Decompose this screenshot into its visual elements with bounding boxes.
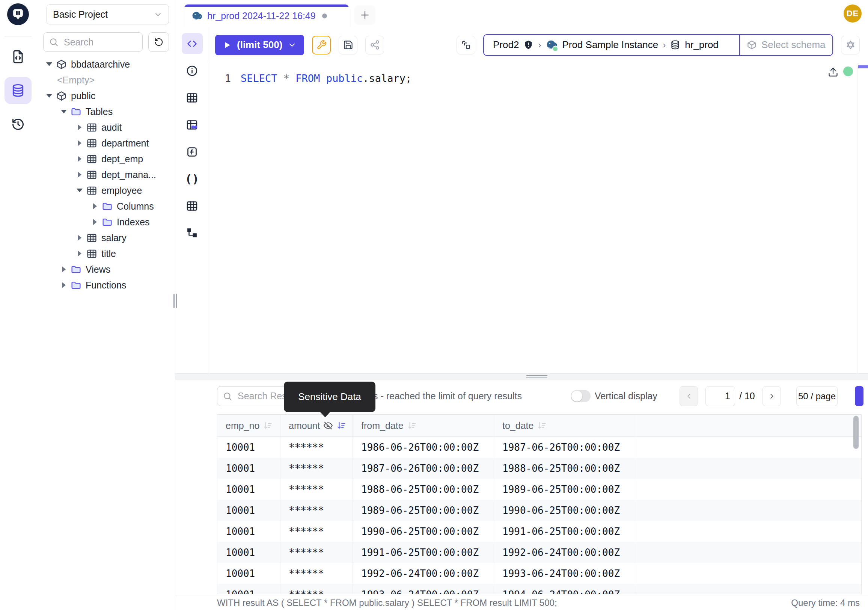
sort-icon[interactable] [263, 421, 273, 430]
tree-item-functions[interactable]: Functions [36, 277, 175, 293]
ai-assistant-button[interactable] [841, 36, 860, 54]
avatar[interactable]: DE [843, 5, 862, 23]
table-search-icon [186, 119, 198, 131]
run-query-button[interactable]: (limit 500) [215, 35, 304, 55]
tree-item-indexes[interactable]: Indexes [36, 214, 175, 230]
caret-right-icon[interactable] [60, 282, 68, 288]
sql-editor[interactable]: 1 SELECT * FROM public.salary; [209, 63, 868, 373]
tree-item-views[interactable]: Views [36, 261, 175, 277]
bytebase-logo-icon[interactable] [7, 3, 29, 25]
tree-item-audit[interactable]: audit [36, 120, 175, 135]
tree-item-dept-emp[interactable]: dept_emp [36, 151, 175, 167]
table-scrollbar[interactable] [853, 416, 859, 449]
cell: 1992-06-24T00:00:00Z [353, 563, 494, 584]
splitter-handle[interactable] [526, 375, 547, 380]
activity-item-databases[interactable] [5, 77, 31, 104]
parentheses-icon: () [185, 172, 199, 186]
cell: ****** [281, 500, 353, 521]
tree-item-columns[interactable]: Columns [36, 198, 175, 214]
project-select[interactable]: Basic Project [46, 5, 169, 25]
sidebar-resize-handle[interactable] [174, 294, 177, 308]
cell: 1992-06-24T00:00:00Z [494, 542, 635, 563]
select-schema[interactable]: Select schema [739, 35, 832, 55]
caret-down-icon[interactable] [45, 94, 53, 98]
save-button[interactable] [339, 36, 357, 54]
column-header-to-date[interactable]: to_date [494, 415, 635, 436]
activity-item-history[interactable] [5, 111, 31, 138]
tree-item-salary[interactable]: salary [36, 230, 175, 246]
editor-icon-rail: () [175, 27, 209, 373]
caret-right-icon[interactable] [60, 266, 68, 272]
tree-item-department[interactable]: department [36, 135, 175, 151]
rail-item-sensitive-tables[interactable] [182, 114, 203, 135]
caret-right-icon[interactable] [76, 172, 83, 178]
tree-item-tables[interactable]: Tables [36, 104, 175, 120]
sort-icon[interactable] [407, 421, 417, 430]
next-page-button[interactable] [763, 386, 781, 406]
sidebar-search-input[interactable] [63, 36, 137, 48]
new-tab-button[interactable] [354, 5, 375, 25]
line-number: 1 [209, 71, 241, 86]
rail-item-schema-diagram[interactable] [182, 222, 203, 244]
activity-item-worksheets[interactable] [5, 43, 31, 70]
caret-down-icon[interactable] [60, 110, 68, 113]
page-size-select[interactable]: 50 / page [796, 386, 838, 406]
caret-down-icon[interactable] [76, 189, 83, 192]
tree-item-public[interactable]: public [36, 88, 175, 104]
caret-right-icon[interactable] [76, 124, 83, 130]
tab-hr-prod[interactable]: hr_prod 2024-11-22 16:49 [184, 4, 349, 28]
tree-item-title[interactable]: title [36, 246, 175, 261]
schema-diagram-icon [186, 227, 198, 239]
eye-off-icon[interactable] [323, 421, 333, 430]
column-header-amount[interactable]: amount [281, 415, 353, 436]
cell: 10001 [217, 458, 281, 479]
caret-right-icon[interactable] [91, 219, 99, 225]
results-side-button[interactable] [855, 386, 863, 406]
vertical-display-toggle[interactable] [570, 390, 591, 402]
database-tree: bbdataarchive<Empty>publicTablesauditdep… [36, 56, 175, 293]
prev-page-button[interactable] [679, 386, 698, 406]
batch-query-button[interactable] [457, 36, 475, 54]
rail-item-tables[interactable] [182, 87, 203, 108]
cell: 1993-06-24T00:00:00Z [353, 584, 494, 594]
folder-icon [102, 201, 113, 212]
cell: 1994-06-24T00:00:00Z [494, 584, 635, 594]
panel-splitter[interactable] [175, 373, 868, 380]
sort-icon[interactable] [537, 421, 547, 430]
run-button-label: (limit 500) [237, 39, 282, 51]
page-number-input[interactable] [705, 386, 735, 406]
rail-item-table-list[interactable] [182, 195, 203, 216]
cube-icon [56, 90, 67, 101]
upload-icon[interactable] [828, 67, 839, 78]
postgres-icon [546, 39, 558, 51]
cell: 10001 [217, 437, 281, 458]
sidebar: Basic Project bbdataarchive<Empty>public… [36, 0, 175, 610]
cell: 1990-06-25T00:00:00Z [353, 521, 494, 542]
rail-item-functions[interactable] [182, 141, 203, 162]
rail-item-procedures[interactable]: () [182, 168, 203, 189]
rail-item-info[interactable] [182, 60, 203, 81]
minimap-indicator [858, 65, 868, 68]
cube-icon [747, 40, 757, 50]
refresh-button[interactable] [148, 32, 169, 52]
tree-item-label: Tables [85, 106, 113, 117]
format-sql-button[interactable] [312, 36, 331, 54]
tree-item-bbdataarchive[interactable]: bbdataarchive [36, 56, 175, 72]
column-header-emp-no[interactable]: emp_no [217, 415, 281, 436]
sensitive-data-tooltip: Sensitive Data [284, 382, 375, 412]
rail-item-editor[interactable] [182, 33, 203, 54]
caret-right-icon[interactable] [76, 235, 83, 241]
connection-path[interactable]: Prod2 › Prod Sample Instance › hr_prod [484, 35, 739, 55]
table-icon [86, 138, 97, 149]
divider [5, 36, 31, 36]
share-button[interactable] [365, 36, 384, 54]
sort-icon[interactable] [336, 421, 346, 430]
tree-item-employee[interactable]: employee [36, 183, 175, 198]
tree-item-dept-mana[interactable]: dept_mana... [36, 167, 175, 183]
caret-right-icon[interactable] [91, 203, 99, 209]
column-header-from-date[interactable]: from_date [353, 415, 494, 436]
caret-down-icon[interactable] [45, 62, 53, 66]
caret-right-icon[interactable] [76, 156, 83, 162]
caret-right-icon[interactable] [76, 250, 83, 256]
caret-right-icon[interactable] [76, 140, 83, 146]
